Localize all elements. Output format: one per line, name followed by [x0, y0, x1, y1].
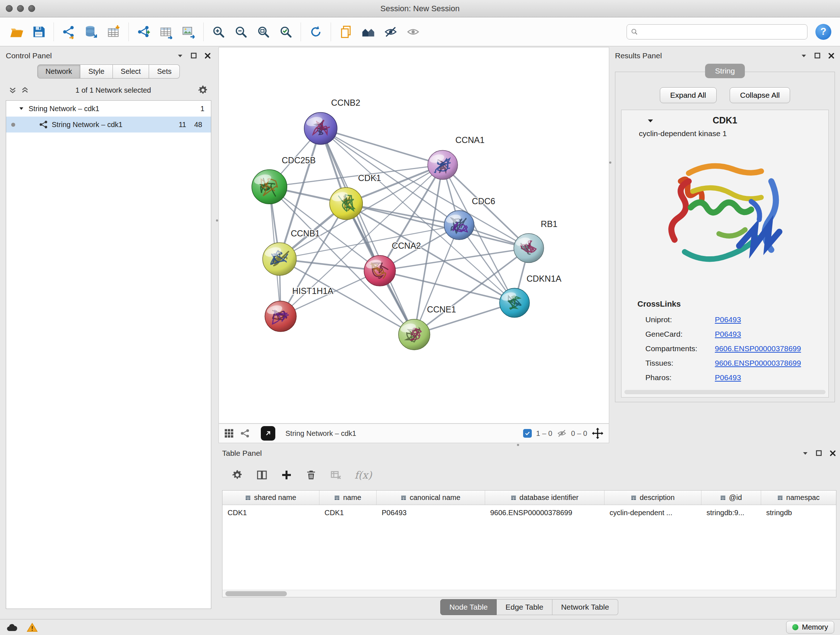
network-node-hist1h1a[interactable] [265, 301, 296, 332]
birdseye-grid-button[interactable] [224, 428, 234, 439]
table-row[interactable]: CDK1CDK1P064939606.ENSP00000378699cyclin… [223, 505, 836, 520]
network-edge[interactable] [380, 271, 515, 303]
window-controls [6, 0, 35, 17]
open-session-button[interactable] [5, 21, 27, 43]
warnings-button[interactable] [27, 622, 38, 632]
network-edge[interactable] [321, 128, 414, 334]
column-header-description[interactable]: description [605, 491, 701, 505]
network-collection-row[interactable]: String Network – cdk1 1 [6, 101, 211, 117]
expand-all-button[interactable]: Expand All [660, 87, 717, 103]
import-table-button[interactable] [103, 21, 125, 43]
grid-icon [224, 428, 234, 439]
horizontal-splitter[interactable] [218, 443, 840, 447]
tab-edge-table[interactable]: Edge Table [497, 599, 553, 615]
current-network-name: String Network – cdk1 [286, 429, 356, 438]
close-window-button[interactable] [6, 5, 13, 12]
current-network-bullet [11, 123, 15, 127]
network-node-label-ccnb1: CCNB1 [291, 229, 320, 238]
panel-menu-caret-icon[interactable] [177, 52, 184, 59]
crosslink-genecard-link[interactable]: P06493 [715, 330, 741, 339]
crosslink-compartments-link[interactable]: 9606.ENSP00000378699 [715, 344, 801, 353]
network-edge[interactable] [321, 128, 442, 165]
tab-sets[interactable]: Sets [149, 65, 180, 79]
column-header-name[interactable]: name [319, 491, 377, 505]
zoom-in-button[interactable] [207, 21, 230, 43]
float-panel-icon[interactable] [814, 52, 821, 59]
expand-all-icon[interactable] [21, 86, 29, 94]
collapse-all-button[interactable]: Collapse All [729, 87, 790, 103]
maximize-window-button[interactable] [28, 5, 35, 12]
column-header--id[interactable]: @id [701, 491, 761, 505]
minimize-window-button[interactable] [17, 5, 24, 12]
hide-selected-button[interactable] [379, 21, 402, 43]
network-node-label-cdk1: CDK1 [358, 173, 381, 183]
crosslink-uniprot-link[interactable]: P06493 [715, 315, 741, 324]
select-columns-icon[interactable] [256, 469, 268, 481]
zoom-fit-button[interactable] [252, 21, 275, 43]
copy-documents-button[interactable] [335, 21, 357, 43]
column-header-database-identifier[interactable]: database identifier [485, 491, 605, 505]
save-session-button[interactable] [27, 21, 50, 43]
zoom-selected-button[interactable] [275, 21, 297, 43]
crosslink-row: Tissues:9606.ENSP00000378699 [622, 356, 829, 371]
crosshair-move-icon [592, 427, 604, 440]
first-neighbors-button[interactable] [357, 21, 379, 43]
card-scrollbar[interactable] [624, 390, 826, 394]
help-button[interactable]: ? [815, 24, 831, 40]
crosslink-row: Pharos:P06493 [622, 371, 829, 385]
collapse-section-caret-icon[interactable] [647, 117, 654, 125]
import-database-button[interactable] [80, 21, 103, 43]
float-panel-icon[interactable] [815, 450, 823, 457]
tab-node-table[interactable]: Node Table [440, 599, 497, 615]
crosslink-tissues-link[interactable]: 9606.ENSP00000378699 [715, 359, 801, 367]
gear-icon[interactable] [197, 85, 208, 96]
network-overview-button[interactable] [240, 428, 250, 439]
network-node-label-hist1h1a: HIST1H1A [292, 287, 333, 296]
column-header-canonical-name[interactable]: canonical name [377, 491, 485, 505]
scrollbar-thumb[interactable] [225, 591, 287, 596]
cloud-status-button[interactable] [6, 623, 18, 632]
float-panel-icon[interactable] [190, 52, 197, 59]
close-panel-icon[interactable] [204, 52, 211, 59]
network-graph[interactable]: CCNB2CCNA1CDC25BCDK1CDC6RB1CCNB1CCNA2CDK… [219, 48, 609, 423]
column-header-namespac[interactable]: namespac [761, 491, 836, 505]
import-network-button[interactable] [57, 21, 80, 43]
export-image-button[interactable] [177, 21, 200, 43]
vertical-splitter[interactable] [609, 46, 611, 443]
tab-style[interactable]: Style [80, 65, 112, 79]
add-column-icon[interactable] [281, 469, 292, 481]
open-in-new-window-button[interactable] [261, 426, 275, 440]
network-row-selected[interactable]: String Network – cdk1 11 48 [6, 117, 211, 133]
tab-network-table[interactable]: Network Table [553, 599, 618, 615]
new-network-button[interactable] [133, 21, 155, 43]
zoom-out-button[interactable] [230, 21, 252, 43]
network-node-label-cdc25b: CDC25B [282, 156, 316, 165]
close-panel-icon[interactable] [829, 450, 836, 457]
tab-string[interactable]: String [705, 64, 745, 78]
fit-content-button[interactable] [592, 427, 604, 440]
close-panel-icon[interactable] [828, 52, 835, 59]
tree-expand-caret-icon[interactable] [19, 106, 24, 111]
collapse-all-icon[interactable] [9, 86, 17, 94]
column-header-shared-name[interactable]: shared name [223, 491, 319, 505]
show-all-button[interactable] [402, 21, 424, 43]
table-gear-icon[interactable] [232, 469, 243, 481]
selected-checkbox[interactable] [523, 429, 532, 438]
gene-card-header[interactable]: CDK1 [622, 110, 829, 128]
panel-menu-caret-icon[interactable] [802, 450, 809, 457]
network-view-canvas[interactable]: CCNB2CCNA1CDC25BCDK1CDC6RB1CCNB1CCNA2CDK… [218, 47, 609, 424]
search-box[interactable] [627, 24, 807, 40]
function-builder-icon: f(x) [355, 469, 372, 481]
vertical-splitter[interactable] [216, 46, 218, 619]
delete-column-icon[interactable] [305, 469, 317, 481]
new-table-button[interactable] [155, 21, 177, 43]
table-horizontal-scrollbar[interactable] [223, 590, 836, 597]
panel-menu-caret-icon[interactable] [800, 52, 807, 59]
column-type-icon [245, 495, 251, 500]
crosslink-pharos-link[interactable]: P06493 [715, 373, 741, 382]
memory-button[interactable]: Memory [786, 621, 834, 633]
tab-select[interactable]: Select [113, 65, 149, 79]
refresh-button[interactable] [305, 21, 327, 43]
search-input[interactable] [641, 27, 804, 36]
tab-network[interactable]: Network [37, 65, 80, 79]
